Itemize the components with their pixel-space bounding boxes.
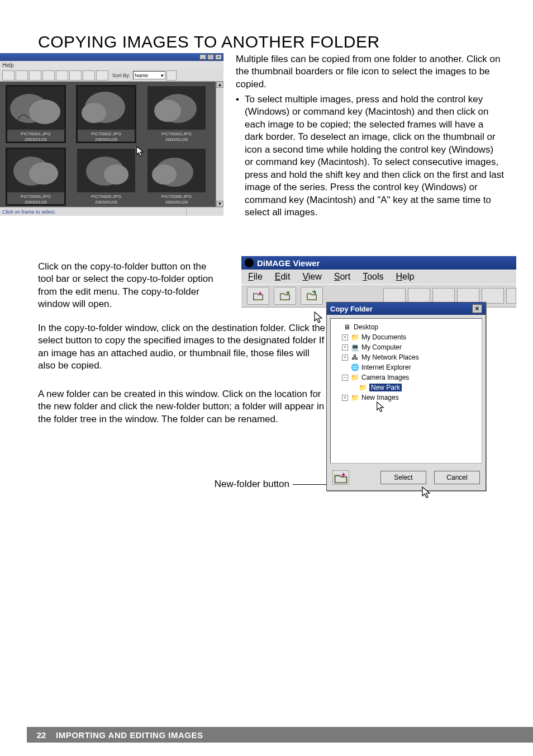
thumbnail-item[interactable]: PICT0001.JPG2003/01/28 [7,86,65,142]
titlebar: _ □ × [0,53,223,61]
toolbar-button[interactable] [56,70,68,81]
copy-to-folder-button[interactable] [301,287,323,305]
page-heading: COPYING IMAGES TO ANOTHER FOLDER [38,32,506,51]
thumbnail-image [7,86,65,130]
svg-point-5 [82,103,106,123]
thumbnail-item[interactable]: PICT0003.JPG2003/01/28 [147,86,206,142]
sort-by-label: Sort By: [112,73,130,78]
thumbnail-caption: PICT0006.JPG2003/01/28 [147,194,206,205]
titlebar: DiMAGE Viewer [241,256,516,270]
menu-file[interactable]: File [248,272,263,282]
cursor-icon [375,401,386,413]
tree-item-desktop[interactable]: 🖥 Desktop [334,322,478,332]
paragraph-3: A new folder can be created in this wind… [38,388,329,426]
desktop-icon: 🖥 [342,323,351,331]
select-button[interactable]: Select [380,471,426,484]
thumbnail-image [77,86,135,130]
tree-item-my-computer[interactable]: + 💻 My Computer [334,342,478,352]
toolbar-button[interactable] [2,70,15,81]
status-text: Click on frame to select. [2,207,187,216]
expand-icon[interactable]: + [342,355,348,361]
dialog-titlebar: Copy Folder × [327,303,486,315]
page-number: 22 [27,730,56,740]
thumbnail-item[interactable]: PICT0004.JPG2003/01/28 [7,149,65,205]
close-icon[interactable]: × [215,54,222,60]
status-bar: Click on frame to select. [0,207,223,216]
cancel-button[interactable]: Cancel [434,471,480,484]
close-icon[interactable]: × [472,304,482,313]
svg-point-17 [152,164,177,185]
menu-help[interactable]: Help [396,272,414,282]
toolbar-button[interactable] [408,288,430,304]
new-folder-button[interactable] [332,470,349,485]
computer-icon: 💻 [350,343,359,351]
sort-by-select[interactable]: Name▾ [133,71,165,79]
thumbnail-item[interactable]: PICT0002.JPG2003/01/28 [77,86,135,142]
expand-icon[interactable]: + [342,344,348,351]
toolbar: Sort By: Name▾ [0,69,223,82]
toolbar-button[interactable] [166,70,177,81]
toolbar-button[interactable] [69,70,82,81]
paragraph-2: In the copy-to-folder window, click on t… [38,322,329,372]
new-folder-button[interactable] [247,287,269,305]
tree-item-new-park[interactable]: 📁 New Park [334,382,478,393]
dialog-title: Copy Folder [330,305,373,313]
page-footer: 22 IMPORTING AND EDITING IMAGES [27,727,533,743]
folder-icon: 📁 [350,333,359,341]
toolbar-button[interactable] [96,70,108,81]
menu-bar[interactable]: Help [0,61,223,69]
menu-sort[interactable]: Sort [334,272,350,282]
dimage-viewer-window: DiMAGE Viewer File Edit View Sort Tools … [241,256,516,308]
expand-icon[interactable]: + [342,395,348,401]
collapse-icon[interactable]: − [342,375,348,381]
sort-by-value: Name [135,73,148,78]
toolbar-button[interactable] [83,70,95,81]
menu-bar: File Edit View Sort Tools Help [241,270,516,284]
app-title: DiMAGE Viewer [257,258,320,268]
paragraph-1: Click on the copy-to-folder button on th… [38,261,222,311]
toolbar-partial [383,288,516,304]
tree-item-my-network[interactable]: + 🖧 My Network Places [334,352,478,362]
thumbnail-image [77,149,135,192]
tree-label: New Park [369,384,402,391]
thumbnail-item[interactable]: PICT0006.JPG2003/01/28 [147,149,206,205]
menu-view[interactable]: View [302,272,321,282]
svg-point-11 [29,162,58,185]
tree-label: Desktop [354,323,378,331]
cursor-icon [135,145,145,158]
tree-item-ie[interactable]: 🌐 Internet Explorer [334,362,478,372]
bullet-paragraph: To select multiple images, press and hol… [236,93,504,219]
thumbnail-item[interactable]: PICT0005.JPG2003/01/28 [77,149,135,205]
cursor-icon [421,486,432,499]
maximize-icon[interactable]: □ [207,54,214,60]
tree-label: My Computer [361,343,402,351]
toolbar-button[interactable] [16,70,28,81]
move-to-folder-button[interactable] [274,287,296,305]
tree-item-new-images[interactable]: + 📁 New Images [334,393,478,403]
toolbar-button[interactable] [29,70,41,81]
folder-icon: 📁 [350,394,359,401]
svg-point-14 [104,164,129,185]
toolbar-button[interactable] [506,288,516,304]
tree-item-camera-images[interactable]: − 📁 Camera Images [334,372,478,382]
section-title: IMPORTING AND EDITING IMAGES [56,730,203,740]
toolbar-button[interactable] [457,288,479,304]
thumbnail-image [147,149,206,192]
intro-paragraph: Multiple files can be copied from one fo… [236,53,504,91]
expand-icon[interactable]: + [342,334,348,341]
chevron-down-icon: ▾ [161,73,164,78]
menu-edit[interactable]: Edit [275,272,291,282]
copy-folder-dialog: Copy Folder × 🖥 Desktop + 📁 My Documents… [326,302,486,491]
ie-icon: 🌐 [350,363,359,371]
scrollbar[interactable] [216,82,223,207]
thumbnail-caption: PICT0004.JPG2003/01/28 [7,194,65,205]
minimize-icon[interactable]: _ [199,54,206,60]
tree-item-my-documents[interactable]: + 📁 My Documents [334,332,478,342]
toolbar-button[interactable] [482,288,504,304]
toolbar-button[interactable] [383,288,406,304]
thumbnail-window: _ □ × Help Sort By: Name▾ PICT0001.JPG20… [0,53,223,216]
toolbar-button[interactable] [42,70,55,81]
toolbar-button[interactable] [432,288,455,304]
menu-tools[interactable]: Tools [363,272,383,282]
folder-tree[interactable]: 🖥 Desktop + 📁 My Documents + 💻 My Comput… [330,318,482,464]
